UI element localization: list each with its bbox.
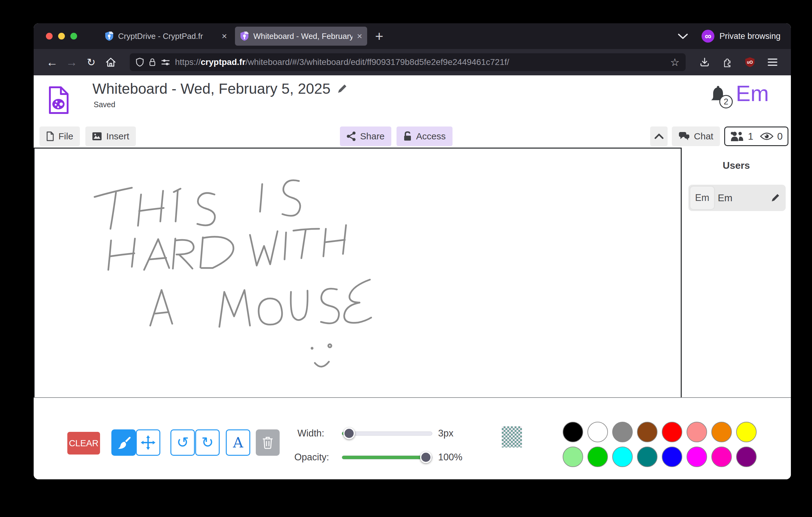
tab-title: CryptDrive - CryptPad.fr — [118, 31, 217, 41]
app-toolbar: File Insert Share — [34, 126, 791, 147]
tab-whiteboard-active[interactable]: Whiteboard - Wed, February 5, 2025 × — [235, 27, 367, 46]
chevron-up-icon — [655, 134, 664, 139]
user-avatar: Em — [690, 187, 714, 209]
redo-icon: ↻ — [201, 435, 213, 450]
color-swatch-#00cc00[interactable] — [587, 446, 608, 467]
width-value: 3px — [438, 428, 454, 439]
ublock-origin-icon[interactable]: uO — [740, 54, 760, 71]
new-tab-button[interactable]: + — [375, 28, 383, 45]
tab-title: Whiteboard - Wed, February 5, 2025 — [253, 31, 352, 41]
brush-pattern-preview[interactable] — [502, 426, 522, 447]
users-heading: Users — [682, 160, 791, 171]
user-count-box[interactable]: 1 0 — [724, 127, 788, 146]
close-window-button[interactable] — [46, 33, 53, 39]
file-menu-button[interactable]: File — [39, 127, 80, 146]
file-icon — [46, 131, 54, 141]
tracking-protection-shield-icon[interactable] — [136, 58, 144, 67]
user-name: Em — [718, 192, 771, 204]
color-swatch-#800080[interactable] — [736, 446, 757, 467]
account-name[interactable]: Em — [736, 81, 769, 106]
notifications-bell-icon[interactable]: 2 — [709, 86, 730, 108]
tab-close-icon[interactable]: × — [222, 31, 227, 41]
color-swatch-#ffffff[interactable] — [587, 422, 608, 442]
image-icon — [92, 132, 102, 141]
width-slider[interactable] — [342, 432, 432, 436]
chat-label: Chat — [694, 131, 713, 141]
viewers-eye-icon — [760, 132, 774, 141]
undo-button[interactable]: ↺ — [170, 429, 195, 456]
opacity-value: 100% — [438, 452, 462, 463]
app-header: Whiteboard - Wed, February 5, 2025 Saved… — [34, 75, 791, 126]
text-tool-button[interactable]: A — [226, 429, 250, 456]
color-swatch-#90ee90[interactable] — [563, 446, 583, 467]
back-button[interactable]: ← — [42, 54, 62, 71]
browser-window: CryptDrive - CryptPad.fr × Whiteboard - … — [34, 23, 791, 479]
maximize-window-button[interactable] — [70, 33, 77, 39]
color-swatch-#888888[interactable] — [612, 422, 633, 442]
rename-pencil-icon[interactable] — [337, 83, 348, 94]
move-arrows-icon — [141, 435, 155, 450]
permissions-icon[interactable] — [161, 58, 170, 66]
color-swatch-#0f00ff[interactable] — [662, 446, 682, 467]
color-swatch-#000000[interactable] — [563, 422, 583, 442]
url-bar[interactable]: https://cryptpad.fr/whiteboard/#/3/white… — [130, 53, 686, 71]
color-swatch-#ff00bf[interactable] — [711, 446, 732, 467]
url-text[interactable]: https://cryptpad.fr/whiteboard/#/3/white… — [175, 57, 665, 67]
private-browsing-mask-icon: ∞ — [701, 30, 715, 43]
color-swatch-#f08200[interactable] — [711, 422, 732, 442]
brush-tool-button[interactable] — [111, 429, 136, 456]
lock-icon[interactable] — [149, 58, 156, 67]
list-tabs-chevron-icon[interactable] — [678, 33, 688, 39]
extensions-puzzle-icon[interactable] — [718, 54, 737, 71]
undo-icon: ↺ — [177, 435, 189, 450]
collapse-toolbar-button[interactable] — [650, 127, 668, 146]
users-sidebar: Users Em Em — [682, 147, 791, 397]
whiteboard-canvas[interactable] — [34, 147, 682, 397]
insert-menu-label: Insert — [106, 131, 129, 141]
tab-close-icon[interactable]: × — [357, 31, 362, 41]
opacity-slider[interactable] — [342, 456, 432, 459]
document-title: Whiteboard - Wed, February 5, 2025 — [92, 80, 330, 97]
bookmark-star-icon[interactable]: ☆ — [670, 56, 679, 68]
color-swatch-#8b4513[interactable] — [637, 422, 658, 442]
color-swatch-#ff00ff[interactable] — [687, 446, 707, 467]
share-label: Share — [360, 131, 384, 141]
color-swatch-#ffff00[interactable] — [736, 422, 757, 442]
minimize-window-button[interactable] — [58, 33, 65, 39]
access-button[interactable]: Access — [397, 127, 453, 146]
redo-button[interactable]: ↻ — [195, 429, 220, 456]
menu-hamburger-icon[interactable] — [763, 54, 782, 71]
reload-button[interactable]: ↻ — [81, 54, 101, 71]
window-controls — [46, 33, 77, 39]
delete-button[interactable] — [256, 429, 280, 456]
opacity-slider-handle[interactable] — [420, 452, 432, 463]
unlock-icon — [403, 131, 412, 141]
width-slider-handle[interactable] — [343, 428, 355, 439]
color-swatch-#008080[interactable] — [637, 446, 658, 467]
canvas-drawing — [35, 148, 681, 396]
move-tool-button[interactable] — [136, 429, 160, 456]
navigation-bar: ← → ↻ https://cryptpad.fr/whiteboard/#/3… — [34, 49, 791, 75]
clear-button[interactable]: CLEAR — [67, 432, 100, 455]
edit-name-pencil-icon[interactable] — [771, 193, 780, 203]
user-list-item: Em Em — [688, 185, 786, 211]
share-button[interactable]: Share — [340, 127, 391, 146]
share-icon — [347, 131, 356, 141]
chat-button[interactable]: Chat — [672, 127, 720, 146]
insert-menu-button[interactable]: Insert — [85, 127, 136, 146]
editors-people-icon — [730, 131, 744, 141]
color-swatch-#ff0000[interactable] — [662, 422, 682, 442]
forward-button[interactable]: → — [62, 54, 81, 71]
tab-cryptdrive[interactable]: CryptDrive - CryptPad.fr × — [100, 27, 232, 46]
color-palette — [563, 422, 757, 467]
color-swatch-#00ffff[interactable] — [612, 446, 633, 467]
tab-bar: CryptDrive - CryptPad.fr × Whiteboard - … — [34, 23, 791, 49]
cryptpad-shield-icon — [240, 31, 249, 41]
chat-bubbles-icon — [678, 132, 690, 141]
home-button[interactable] — [101, 54, 120, 71]
notification-count-badge: 2 — [719, 95, 733, 108]
downloads-icon[interactable] — [695, 54, 715, 71]
color-swatch-#fb8e8e[interactable] — [687, 422, 707, 442]
file-menu-label: File — [58, 131, 73, 141]
private-browsing-indicator: ∞ Private browsing — [701, 30, 781, 43]
